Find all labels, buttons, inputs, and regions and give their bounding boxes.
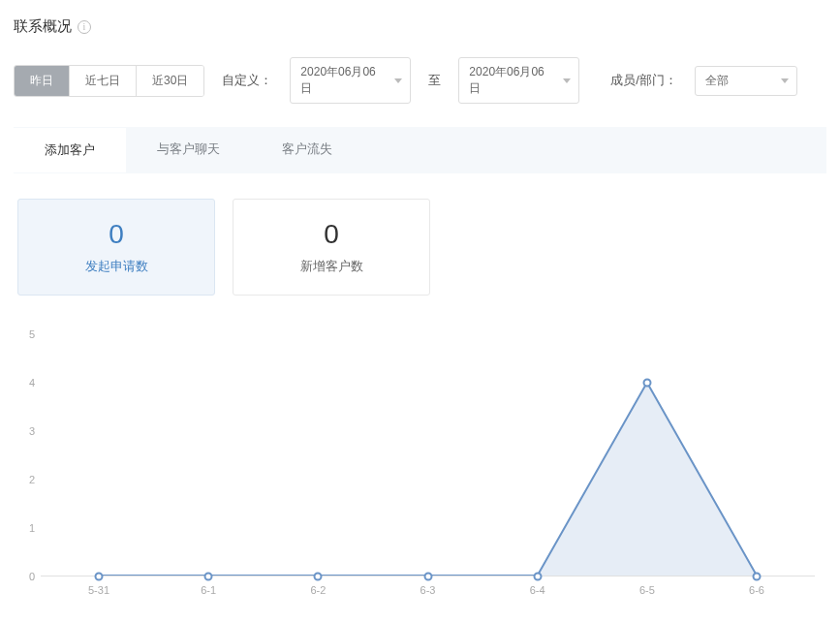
tab-lost-customer[interactable]: 客户流失 [251,127,363,172]
data-point[interactable] [753,573,762,581]
date-range-segment: 昨日 近七日 近30日 [14,65,204,97]
y-tick-label: 2 [29,474,35,485]
data-point[interactable] [314,573,323,581]
data-point[interactable] [423,573,432,581]
y-tick-label: 5 [29,328,35,340]
y-tick-label: 1 [29,522,35,534]
x-tick-label: 6-4 [530,584,545,596]
x-tick-label: 6-2 [310,584,326,596]
date-to-picker[interactable]: 2020年06月06日 [458,57,579,104]
member-selected-value: 全部 [705,73,729,89]
date-to-value: 2020年06月06日 [469,64,555,97]
x-tick-label: 6-5 [639,584,655,596]
y-tick-label: 4 [29,377,35,389]
stat-requests-value: 0 [109,219,124,250]
toolbar: 昨日 近七日 近30日 自定义： 2020年06月06日 至 2020年06月0… [14,57,826,104]
tab-content: 0 发起申请数 0 新增客户数 012345 5-316-16-26-36-46… [14,173,826,615]
x-tick-label: 6-3 [420,584,436,596]
x-tick-label: 5-31 [88,584,109,596]
y-tick-label: 3 [29,425,35,437]
date-from-picker[interactable]: 2020年06月06日 [290,57,411,104]
range-last7-button[interactable]: 近七日 [70,66,137,96]
caret-down-icon [781,78,789,83]
y-tick-label: 0 [29,571,35,582]
tabs: 添加客户 与客户聊天 客户流失 [14,127,826,173]
data-point[interactable] [95,573,104,581]
date-separator: 至 [428,72,441,89]
data-point[interactable] [642,379,651,388]
member-select[interactable]: 全部 [695,66,797,96]
member-label: 成员/部门： [610,72,677,89]
info-icon[interactable]: i [78,20,91,34]
page-title: 联系概况 [14,17,72,36]
custom-range-label: 自定义： [222,72,272,89]
tab-add-customer[interactable]: 添加客户 [14,127,126,172]
range-yesterday-button[interactable]: 昨日 [15,66,70,96]
stat-new-customers-label: 新增客户数 [300,258,363,275]
x-tick-label: 6-1 [201,584,216,596]
stat-new-customers-value: 0 [324,219,339,250]
line-chart: 012345 5-316-16-26-36-46-56-6 [41,334,815,606]
tab-chat-customer[interactable]: 与客户聊天 [126,127,251,172]
stat-card-requests[interactable]: 0 发起申请数 [17,199,215,296]
caret-down-icon [394,78,402,83]
data-point[interactable] [533,573,542,581]
caret-down-icon [563,78,571,83]
data-point[interactable] [204,573,213,581]
range-last30-button[interactable]: 近30日 [137,66,203,96]
date-from-value: 2020年06月06日 [300,64,387,97]
stat-requests-label: 发起申请数 [85,258,148,275]
stat-card-new-customers[interactable]: 0 新增客户数 [233,199,430,296]
x-tick-label: 6-6 [749,584,764,596]
